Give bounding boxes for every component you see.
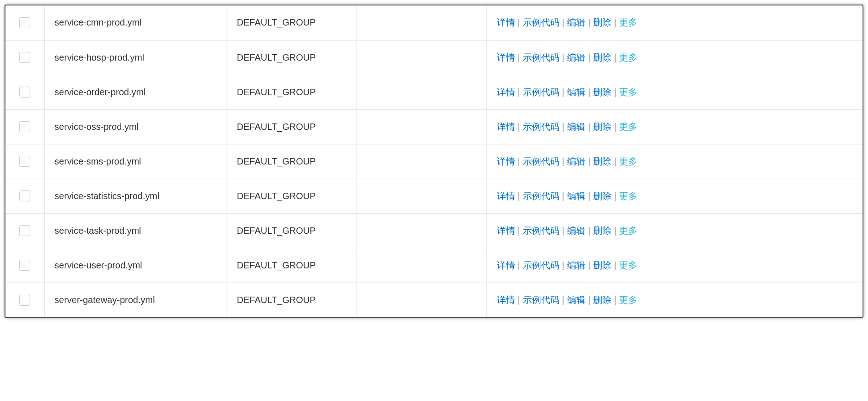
- action-separator: |: [562, 226, 564, 236]
- sample-code-link[interactable]: 示例代码: [523, 191, 559, 201]
- edit-link[interactable]: 编辑: [567, 156, 585, 166]
- detail-link[interactable]: 详情: [497, 191, 515, 201]
- edit-link[interactable]: 编辑: [567, 226, 585, 236]
- row-checkbox[interactable]: [19, 295, 30, 306]
- sample-code-link[interactable]: 示例代码: [523, 295, 559, 305]
- edit-link[interactable]: 编辑: [567, 52, 585, 62]
- checkbox-cell: [5, 40, 44, 75]
- row-checkbox[interactable]: [19, 190, 30, 201]
- row-checkbox[interactable]: [19, 225, 30, 236]
- sample-code-link[interactable]: 示例代码: [523, 87, 559, 97]
- sample-code-link[interactable]: 示例代码: [523, 122, 559, 132]
- more-link[interactable]: 更多: [619, 295, 637, 305]
- edit-link[interactable]: 编辑: [567, 260, 585, 270]
- checkbox-cell: [5, 75, 44, 109]
- edit-link[interactable]: 编辑: [567, 295, 585, 305]
- row-checkbox[interactable]: [19, 260, 30, 271]
- more-link[interactable]: 更多: [619, 226, 637, 236]
- action-separator: |: [562, 17, 564, 27]
- blank-cell: [356, 283, 486, 317]
- action-separator: |: [562, 87, 564, 97]
- edit-link[interactable]: 编辑: [567, 17, 585, 27]
- sample-code-link[interactable]: 示例代码: [523, 226, 559, 236]
- action-separator: |: [562, 260, 564, 270]
- detail-link[interactable]: 详情: [497, 17, 515, 27]
- action-separator: |: [518, 226, 520, 236]
- checkbox-cell: [5, 144, 44, 179]
- delete-link[interactable]: 删除: [593, 17, 611, 27]
- more-link[interactable]: 更多: [619, 260, 637, 270]
- delete-link[interactable]: 删除: [593, 52, 611, 62]
- detail-link[interactable]: 详情: [497, 52, 515, 62]
- detail-link[interactable]: 详情: [497, 156, 515, 166]
- edit-link[interactable]: 编辑: [567, 191, 585, 201]
- detail-link[interactable]: 详情: [497, 226, 515, 236]
- sample-code-link[interactable]: 示例代码: [523, 52, 559, 62]
- delete-link[interactable]: 删除: [593, 191, 611, 201]
- row-checkbox[interactable]: [19, 156, 30, 167]
- sample-code-link[interactable]: 示例代码: [523, 156, 559, 166]
- delete-link[interactable]: 删除: [593, 87, 611, 97]
- action-separator: |: [614, 156, 616, 166]
- group-cell: DEFAULT_GROUP: [227, 75, 356, 109]
- row-checkbox[interactable]: [19, 121, 30, 132]
- action-separator: |: [518, 156, 520, 166]
- detail-link[interactable]: 详情: [497, 260, 515, 270]
- table-row: server-gateway-prod.ymlDEFAULT_GROUP详情|示…: [5, 283, 863, 317]
- row-checkbox[interactable]: [19, 87, 30, 98]
- action-separator: |: [588, 260, 590, 270]
- checkbox-cell: [5, 248, 44, 283]
- sample-code-link[interactable]: 示例代码: [523, 260, 559, 270]
- table-row: service-user-prod.ymlDEFAULT_GROUP详情|示例代…: [5, 248, 863, 283]
- actions-cell: 详情|示例代码|编辑|删除|更多: [486, 40, 863, 75]
- checkbox-cell: [5, 283, 44, 317]
- delete-link[interactable]: 删除: [593, 226, 611, 236]
- blank-cell: [356, 75, 486, 109]
- config-table-wrapper: service-cmn-prod.ymlDEFAULT_GROUP详情|示例代码…: [5, 5, 863, 318]
- blank-cell: [356, 213, 486, 248]
- table-row: service-oss-prod.ymlDEFAULT_GROUP详情|示例代码…: [5, 109, 863, 144]
- data-id-cell: service-statistics-prod.yml: [44, 179, 227, 213]
- row-checkbox[interactable]: [19, 52, 30, 63]
- detail-link[interactable]: 详情: [497, 122, 515, 132]
- blank-cell: [356, 109, 486, 144]
- action-separator: |: [588, 52, 590, 62]
- actions-cell: 详情|示例代码|编辑|删除|更多: [486, 144, 863, 179]
- more-link[interactable]: 更多: [619, 122, 637, 132]
- delete-link[interactable]: 删除: [593, 295, 611, 305]
- more-link[interactable]: 更多: [619, 17, 637, 27]
- action-separator: |: [588, 295, 590, 305]
- action-separator: |: [518, 295, 520, 305]
- action-separator: |: [614, 191, 616, 201]
- action-separator: |: [614, 122, 616, 132]
- action-separator: |: [562, 122, 564, 132]
- blank-cell: [356, 40, 486, 75]
- data-id-cell: service-order-prod.yml: [44, 75, 227, 109]
- delete-link[interactable]: 删除: [593, 260, 611, 270]
- sample-code-link[interactable]: 示例代码: [523, 17, 559, 27]
- more-link[interactable]: 更多: [619, 191, 637, 201]
- action-separator: |: [614, 52, 616, 62]
- delete-link[interactable]: 删除: [593, 156, 611, 166]
- data-id-cell: service-task-prod.yml: [44, 213, 227, 248]
- checkbox-cell: [5, 213, 44, 248]
- edit-link[interactable]: 编辑: [567, 122, 585, 132]
- more-link[interactable]: 更多: [619, 52, 637, 62]
- action-separator: |: [518, 122, 520, 132]
- data-id-cell: service-oss-prod.yml: [44, 109, 227, 144]
- action-separator: |: [588, 17, 590, 27]
- edit-link[interactable]: 编辑: [567, 87, 585, 97]
- more-link[interactable]: 更多: [619, 156, 637, 166]
- more-link[interactable]: 更多: [619, 87, 637, 97]
- row-checkbox[interactable]: [19, 17, 30, 28]
- group-cell: DEFAULT_GROUP: [227, 109, 356, 144]
- data-id-cell: service-hosp-prod.yml: [44, 40, 227, 75]
- action-separator: |: [614, 17, 616, 27]
- delete-link[interactable]: 删除: [593, 122, 611, 132]
- action-separator: |: [588, 191, 590, 201]
- blank-cell: [356, 248, 486, 283]
- detail-link[interactable]: 详情: [497, 295, 515, 305]
- checkbox-cell: [5, 5, 44, 40]
- table-row: service-task-prod.ymlDEFAULT_GROUP详情|示例代…: [5, 213, 863, 248]
- detail-link[interactable]: 详情: [497, 87, 515, 97]
